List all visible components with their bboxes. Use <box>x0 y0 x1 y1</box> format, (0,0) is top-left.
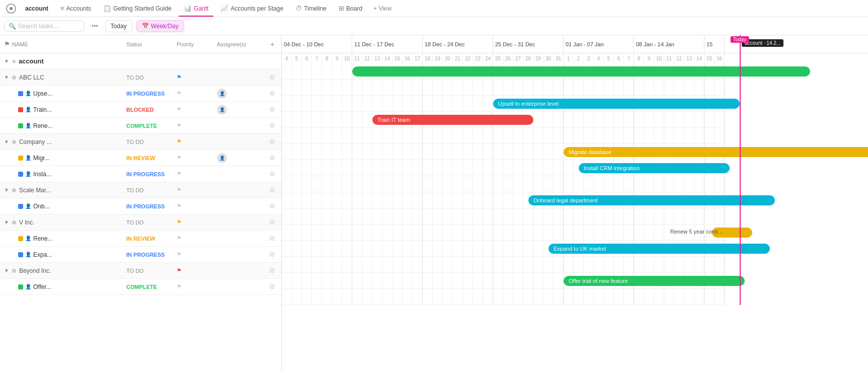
accounts-per-stage-icon: 📈 <box>220 5 228 12</box>
day-label: 4 <box>282 53 292 63</box>
task-gear-t3[interactable]: ⚙ <box>263 122 281 129</box>
grid-cell <box>634 80 644 95</box>
grid-cell <box>382 144 392 160</box>
beyond-inc-expand[interactable]: ▼ <box>4 268 9 273</box>
grid-cell <box>392 80 403 95</box>
group-row-company[interactable]: ▼ Company ... TO DO ⚑ ⚙ <box>0 134 281 150</box>
grid-cell <box>302 160 312 176</box>
grid-cell <box>614 176 624 192</box>
task-gear-t7[interactable]: ⚙ <box>263 235 281 242</box>
task-gear-t2[interactable]: ⚙ <box>263 106 281 113</box>
gantt-bar[interactable]: Install CRM integration <box>579 163 730 173</box>
day-label: 6 <box>614 53 624 63</box>
grid-cell <box>674 289 684 305</box>
nav-title[interactable]: account <box>20 3 53 14</box>
day-label: 6 <box>302 53 312 63</box>
tab-gantt[interactable]: 📊 Gantt <box>179 3 213 14</box>
tab-board[interactable]: ⊞ Board <box>334 3 367 14</box>
week-day-button[interactable]: 📅 Week/Day <box>136 20 184 32</box>
scale-mar-expand[interactable]: ▼ <box>4 187 9 193</box>
grid-cell <box>704 112 715 127</box>
grid-cell <box>413 160 423 176</box>
gantt-panel[interactable]: 04 Dec - 10 Dec11 Dec - 17 Dec18 Dec - 2… <box>282 35 868 371</box>
grid-cell <box>302 273 312 288</box>
grid-cell <box>715 176 725 192</box>
gantt-bar[interactable]: Migrate database <box>564 147 868 157</box>
grid-cell <box>292 289 302 305</box>
task-priority-t1: ⚑ <box>173 90 213 97</box>
grid-cell <box>463 257 473 272</box>
company-expand[interactable]: ▼ <box>4 139 9 144</box>
grid-cell <box>443 289 453 305</box>
day-label: 22 <box>463 53 473 63</box>
grid-cell <box>453 144 463 160</box>
grid-cell <box>312 80 322 95</box>
grid-cell <box>554 225 564 240</box>
grid-cell <box>362 257 372 272</box>
day-label: 20 <box>443 53 453 63</box>
gantt-bar[interactable]: Upsell to enterprise level <box>493 99 740 109</box>
day-label: 5 <box>292 53 302 63</box>
root-expand[interactable]: ▼ <box>4 58 9 64</box>
grid-cell <box>372 128 382 143</box>
more-options-button[interactable]: ••• <box>89 22 101 31</box>
gantt-bar[interactable]: Train IT team <box>372 115 533 125</box>
search-input[interactable]: 🔍 Search tasks... <box>4 21 85 32</box>
grid-cell <box>392 128 403 143</box>
grid-cell <box>594 80 604 95</box>
grid-cell <box>543 208 554 224</box>
abc-llc-expand[interactable]: ▼ <box>4 75 9 80</box>
tab-getting-started[interactable]: 📋 Getting Started Guide <box>98 3 177 14</box>
grid-cell <box>564 225 574 240</box>
calendar-icon: 📅 <box>142 23 149 29</box>
today-button[interactable]: Today <box>105 20 132 32</box>
grid-cell <box>604 80 614 95</box>
task-gear-t1[interactable]: ⚙ <box>263 90 281 97</box>
grid-cell <box>352 128 362 143</box>
grid-cell <box>644 289 654 305</box>
day-label: 10 <box>654 53 664 63</box>
group-row-v-inc[interactable]: ▼ V Inc. TO DO ⚑ ⚙ <box>0 214 281 231</box>
gantt-bar[interactable]: Onboard legal department <box>528 195 775 205</box>
task-gear-t8[interactable]: ⚙ <box>263 251 281 258</box>
grid-cell <box>403 273 413 288</box>
grid-cell <box>342 63 352 79</box>
task-priority-t2: ⚑ <box>173 106 213 113</box>
grid-cell <box>292 112 302 127</box>
task-gear-t6[interactable]: ⚙ <box>263 202 281 210</box>
grid-cell <box>704 80 715 95</box>
grid-cell <box>594 208 604 224</box>
company-gear[interactable]: ⚙ <box>263 138 281 145</box>
add-column-button[interactable]: + <box>263 35 281 53</box>
tab-accounts[interactable]: ≡ Accounts <box>55 3 96 14</box>
task-color-t2 <box>18 107 23 112</box>
group-row-beyond-inc[interactable]: ▼ Beyond Inc. TO DO ⚑ ⚙ <box>0 263 281 279</box>
gantt-bar[interactable] <box>352 66 810 77</box>
grid-cell <box>523 257 533 272</box>
abc-llc-gear[interactable]: ⚙ <box>263 73 281 81</box>
grid-cell <box>413 192 423 208</box>
tab-accounts-per-stage[interactable]: 📈 Accounts per Stage <box>215 3 288 14</box>
group-row-abc-llc[interactable]: ▼ ABC LLC TO DO ⚑ ⚙ <box>0 69 281 86</box>
grid-cell <box>503 257 513 272</box>
tab-timeline[interactable]: ⏱ Timeline <box>290 3 332 14</box>
task-gear-t5[interactable]: ⚙ <box>263 170 281 178</box>
scale-mar-gear[interactable]: ⚙ <box>263 186 281 194</box>
grid-cell <box>503 144 513 160</box>
task-gear-t4[interactable]: ⚙ <box>263 154 281 162</box>
gantt-bar[interactable]: Offer trial of new feature <box>564 276 745 286</box>
grid-cell <box>533 273 543 288</box>
beyond-inc-gear[interactable]: ⚙ <box>263 267 281 274</box>
grid-cell <box>372 80 382 95</box>
task-gear-t9[interactable]: ⚙ <box>263 283 281 290</box>
grid-cell <box>322 257 332 272</box>
gantt-bar[interactable]: Expand to UK market <box>548 244 770 254</box>
v-inc-gear[interactable]: ⚙ <box>263 218 281 226</box>
group-row-scale-mar[interactable]: ▼ Scale Mar... TO DO ⚑ ⚙ <box>0 182 281 198</box>
grid-cell <box>322 241 332 256</box>
add-view-button[interactable]: + View <box>369 3 396 14</box>
grid-cell <box>352 225 362 240</box>
v-inc-expand[interactable]: ▼ <box>4 219 9 225</box>
grid-cell <box>473 273 483 288</box>
grid-cell <box>352 273 362 288</box>
